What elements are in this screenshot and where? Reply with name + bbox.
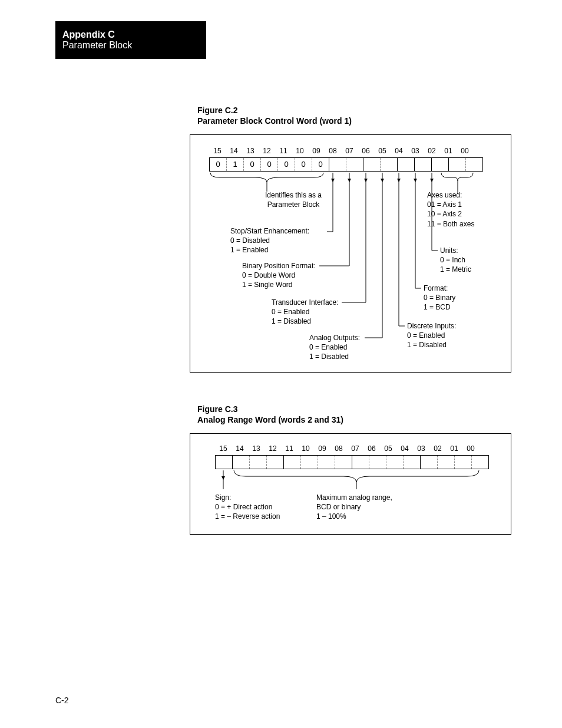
bit-cell — [386, 456, 404, 469]
bit-label: 15 — [209, 147, 226, 155]
bit-label: 12 — [265, 444, 281, 453]
bit-cell — [318, 456, 335, 469]
document-page: Appendix C Parameter Block Figure C.2 Pa… — [0, 0, 562, 728]
annot-line: 0 = + Direct action — [215, 502, 280, 512]
annot-axes: Axes used: 01 = Axis 1 10 = Axis 2 11 = … — [427, 190, 474, 229]
annot-discrete: Discrete Inputs: 0 = Enabled 1 = Disable… — [407, 321, 456, 350]
annot-transducer: Transducer Interface: 0 = Enabled 1 = Di… — [272, 298, 339, 327]
bit-cell: 0 — [278, 158, 295, 171]
bit-label: 04 — [396, 444, 413, 453]
bit-cell — [267, 456, 284, 469]
annot-line: Maximum analog range, — [316, 493, 392, 502]
annot-line: Sign: — [215, 493, 280, 502]
annot-line: Parameter Block — [258, 200, 329, 209]
annot-line: Transducer Interface: — [272, 298, 339, 307]
annot-line: 01 = Axis 1 — [427, 200, 474, 209]
annot-line: 11 = Both axes — [427, 219, 474, 229]
bit-label: 07 — [341, 147, 358, 155]
bit-label: 03 — [407, 147, 424, 155]
bit-cell: 0 — [210, 158, 227, 171]
bit-cell — [369, 456, 386, 469]
annot-line: 0 = Binary — [424, 293, 455, 302]
appendix-subtitle: Parameter Block — [62, 40, 199, 51]
figure-c2-caption: Figure C.2 Parameter Block Control Word … — [197, 105, 352, 126]
annot-units: Units: 0 = Inch 1 = Metric — [440, 246, 471, 275]
bit-cell — [472, 456, 488, 469]
annot-line: 1 = Disabled — [272, 317, 339, 326]
bit-cell — [216, 456, 233, 469]
figure-c2: 15 14 13 12 11 10 09 08 07 06 05 04 03 0… — [190, 134, 511, 373]
annot-line: 0 = Enabled — [407, 331, 456, 340]
bit-label: 14 — [226, 147, 242, 155]
bit-label: 09 — [308, 147, 325, 155]
bit-cell — [346, 158, 363, 171]
bit-cell — [398, 158, 415, 171]
annot-line: 1 = – Reverse action — [215, 512, 280, 521]
annot-line: Identifies this as a — [258, 190, 329, 200]
bit-cell: 1 — [227, 158, 244, 171]
bit-label: 12 — [259, 147, 275, 155]
bit-label: 10 — [297, 444, 314, 453]
annot-line: 1 = Disabled — [407, 340, 456, 350]
bit-cell — [455, 456, 472, 469]
annot-max-range: Maximum analog range, BCD or binary 1 – … — [316, 493, 392, 522]
bit-label: 05 — [374, 147, 391, 155]
bit-cell — [363, 158, 381, 171]
annot-line: 0 = Double Word — [242, 271, 316, 280]
bit-label: 04 — [391, 147, 407, 155]
annot-line: Discrete Inputs: — [407, 321, 456, 331]
bit-label: 07 — [347, 444, 363, 453]
bit-label: 00 — [457, 147, 473, 155]
annot-line: Axes used: — [427, 190, 474, 200]
bit-label: 02 — [424, 147, 440, 155]
annot-line: Format: — [424, 284, 455, 293]
bit-label: 08 — [330, 444, 347, 453]
annot-line: Units: — [440, 246, 471, 255]
annot-line: 1 = Enabled — [230, 245, 309, 255]
bit-label: 02 — [429, 444, 446, 453]
annot-identifies: Identifies this as a Parameter Block — [258, 190, 329, 209]
bit-label: 10 — [292, 147, 308, 155]
bit-cell — [466, 158, 482, 171]
bit-cell — [415, 158, 432, 171]
figure-c3-number: Figure C.3 — [197, 404, 343, 414]
annot-line: 0 = Inch — [440, 255, 471, 265]
bit-label: 15 — [215, 444, 232, 453]
bit-cell — [301, 456, 318, 469]
annot-line: Analog Outputs: — [309, 333, 360, 342]
figure-c3-title: Analog Range Word (words 2 and 31) — [197, 414, 343, 425]
annot-line: Binary Position Format: — [242, 261, 316, 271]
bit-label: 13 — [242, 147, 259, 155]
bit-cell — [284, 456, 301, 469]
bit-value-row: 0 1 0 0 0 0 0 — [209, 157, 483, 172]
annot-line: 1 = BCD — [424, 302, 455, 312]
bit-cell — [381, 158, 398, 171]
annot-line: Stop/Start Enhancement: — [230, 226, 309, 236]
bit-label: 13 — [248, 444, 265, 453]
bit-label: 00 — [462, 444, 479, 453]
bit-cell: 0 — [244, 158, 261, 171]
page-number: C-2 — [55, 696, 69, 705]
annot-line: 1 – 100% — [316, 512, 392, 521]
figure-c3: 15 14 13 12 11 10 09 08 07 06 05 04 03 0… — [190, 433, 511, 535]
bit-label: 08 — [325, 147, 341, 155]
annot-line: 1 = Single Word — [242, 280, 316, 289]
annot-stopstart: Stop/Start Enhancement: 0 = Disabled 1 =… — [230, 226, 309, 255]
bit-header-row: 15 14 13 12 11 10 09 08 07 06 05 04 03 0… — [215, 444, 479, 453]
annot-format: Format: 0 = Binary 1 = BCD — [424, 284, 455, 312]
figure-c2-title: Parameter Block Control Word (word 1) — [197, 116, 352, 126]
bit-value-row — [215, 455, 489, 469]
annot-line: 1 = Metric — [440, 265, 471, 274]
annot-line: 0 = Enabled — [309, 342, 360, 352]
page-header: Appendix C Parameter Block — [55, 21, 206, 59]
bit-cell — [233, 456, 250, 469]
bit-cell — [335, 456, 352, 469]
bit-label: 11 — [275, 147, 292, 155]
bit-cell: 0 — [261, 158, 278, 171]
annot-line: 10 = Axis 2 — [427, 209, 474, 219]
bit-label: 03 — [413, 444, 429, 453]
bit-label: 01 — [446, 444, 462, 453]
bit-label: 09 — [314, 444, 330, 453]
bit-cell — [250, 456, 267, 469]
annot-binary-pos: Binary Position Format: 0 = Double Word … — [242, 261, 316, 290]
